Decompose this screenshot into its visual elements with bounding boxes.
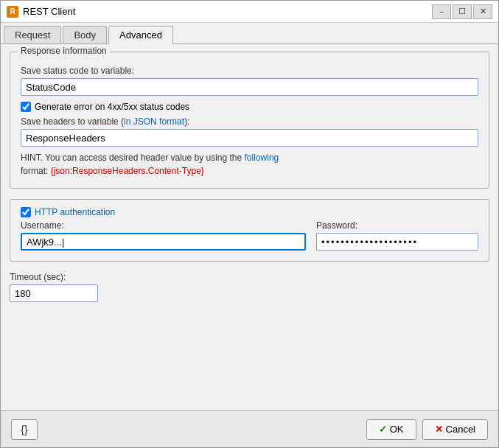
auth-checkbox-row: HTTP authentication xyxy=(21,207,478,217)
cancel-button[interactable]: ✕ Cancel xyxy=(422,419,488,440)
generate-error-checkbox[interactable] xyxy=(21,102,31,112)
ok-label: OK xyxy=(390,424,404,435)
hint-line2: format: {json:ResponseHeaders.Content-Ty… xyxy=(21,166,204,176)
maximize-button[interactable]: ☐ xyxy=(453,4,472,19)
hint-code: {json:ResponseHeaders.Content-Type} xyxy=(51,166,204,176)
headers-label: Save headers to variable (in JSON format… xyxy=(21,116,478,127)
hint-text: HINT. You can access desired header valu… xyxy=(21,151,478,178)
ok-icon: ✓ xyxy=(379,424,387,435)
status-code-label: Save status code to variable: xyxy=(21,66,478,76)
hint-line1: HINT. You can access desired header valu… xyxy=(21,153,279,163)
bottom-bar-right: ✓ OK ✕ Cancel xyxy=(366,419,488,440)
timeout-label: Timeout (sec): xyxy=(10,272,489,282)
response-info-title: Response information xyxy=(18,46,110,56)
headers-input[interactable] xyxy=(21,129,478,147)
variables-button[interactable]: {} xyxy=(11,419,38,440)
password-label: Password: xyxy=(316,220,478,231)
username-label: Username: xyxy=(21,220,306,231)
close-button[interactable]: ✕ xyxy=(473,4,492,19)
bottom-bar-left: {} xyxy=(11,419,366,440)
window: R REST Client − ☐ ✕ Request Body Advance… xyxy=(0,0,499,448)
cancel-icon: ✕ xyxy=(435,424,443,435)
in-json-format-text: in JSON format xyxy=(124,116,184,127)
ok-button[interactable]: ✓ OK xyxy=(366,419,416,440)
cancel-label: Cancel xyxy=(446,424,475,435)
tab-body[interactable]: Body xyxy=(63,26,107,43)
tab-advanced[interactable]: Advanced xyxy=(108,26,173,44)
username-input[interactable] xyxy=(21,233,306,251)
status-code-input[interactable] xyxy=(21,78,478,96)
timeout-section: Timeout (sec): xyxy=(10,272,489,302)
tab-bar: Request Body Advanced xyxy=(1,23,498,44)
auth-fields: Username: Password: xyxy=(21,220,478,251)
hint-link: following xyxy=(245,153,279,163)
username-col: Username: xyxy=(21,220,306,251)
password-input[interactable] xyxy=(316,233,478,251)
minimize-button[interactable]: − xyxy=(432,4,451,19)
auth-checkbox-label: HTTP authentication xyxy=(35,207,115,217)
auth-group: HTTP authentication Username: Password: xyxy=(10,199,489,262)
tab-request[interactable]: Request xyxy=(4,26,61,43)
auth-enabled-checkbox[interactable] xyxy=(21,207,31,217)
bottom-bar: {} ✓ OK ✕ Cancel xyxy=(1,410,498,447)
timeout-input[interactable] xyxy=(10,284,98,302)
app-icon: R xyxy=(7,6,18,18)
generate-error-row: Generate error on 4xx/5xx status codes xyxy=(21,102,478,112)
response-info-group: Response information Save status code to… xyxy=(10,52,489,189)
password-col: Password: xyxy=(316,220,478,251)
title-bar-controls: − ☐ ✕ xyxy=(432,4,492,19)
title-bar: R REST Client − ☐ ✕ xyxy=(1,1,498,23)
generate-error-label: Generate error on 4xx/5xx status codes xyxy=(35,102,189,112)
main-content: Response information Save status code to… xyxy=(1,44,498,410)
window-title: REST Client xyxy=(23,6,432,17)
